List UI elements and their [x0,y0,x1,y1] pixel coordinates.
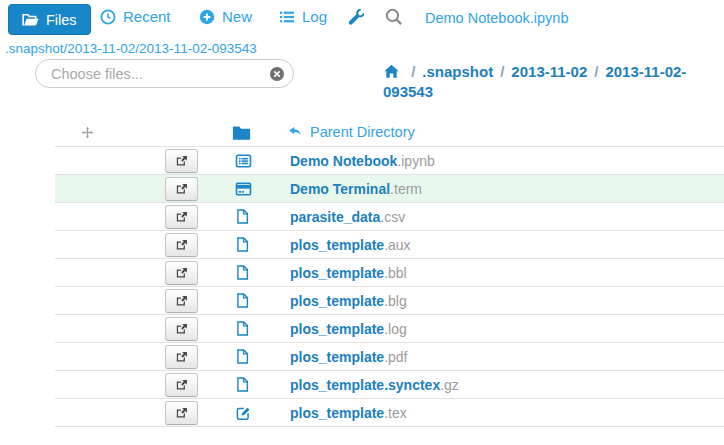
file-listing: Parent Directory [55,118,724,427]
file-extension: .term [390,181,422,197]
breadcrumb-separator: / [500,63,504,80]
parent-directory-label: Parent Directory [310,124,415,140]
file-row: plos_template.bbl [55,259,724,287]
breadcrumb-item[interactable]: .snapshot [422,63,493,80]
file-icon [235,208,250,225]
file-extension: .gz [440,377,459,393]
plus-circle-icon [199,9,215,25]
file-extension: .log [384,321,407,337]
file-extension: .bbl [384,265,407,281]
open-in-tab-button[interactable] [165,289,198,313]
file-extension: .aux [384,237,410,253]
external-link-icon [175,378,189,392]
external-link-icon [175,350,189,364]
wrench-icon [346,8,364,26]
file-link[interactable]: Demo Terminal.term [290,175,422,202]
file-link[interactable]: plos_template.pdf [290,343,408,370]
file-link[interactable]: parasite_data.csv [290,203,405,230]
file-name: Demo Notebook [290,153,397,169]
open-in-tab-button[interactable] [165,261,198,285]
new-tab[interactable]: New [199,8,252,25]
file-name: plos_template [290,349,384,365]
file-link[interactable]: plos_template.blg [290,287,407,314]
clear-search-button[interactable] [269,66,285,82]
file-icon [235,236,250,253]
file-row: Demo Terminal.term [55,175,724,203]
open-in-tab-button[interactable] [165,233,198,257]
external-link-icon [175,238,189,252]
open-in-tab-button[interactable] [165,177,198,201]
file-extension: .blg [384,293,407,309]
file-link[interactable]: plos_template.tex [290,399,407,426]
open-file-tab[interactable]: Demo Notebook.ipynb [425,10,568,26]
top-navbar: Files Recent New Log [0,0,724,38]
file-name: parasite_data [290,209,380,225]
files-tab-label: Files [46,12,77,28]
parent-directory-link[interactable]: Parent Directory [288,118,415,146]
new-tab-label: New [222,8,252,25]
notebook-file-icon [235,153,252,169]
terminal-file-icon [235,181,252,197]
file-link[interactable]: plos_template.bbl [290,259,407,286]
folder-open-icon [22,12,39,27]
file-rows: Demo Notebook.ipynb Demo Terminal.te [55,147,724,427]
open-in-tab-button[interactable] [165,205,198,229]
recent-tab[interactable]: Recent [100,8,171,25]
file-icon [235,264,250,281]
recent-tab-label: Recent [123,8,171,25]
home-crumb[interactable] [383,63,404,80]
open-in-tab-button[interactable] [165,317,198,341]
external-link-icon [175,294,189,308]
file-row: plos_template.synctex.gz [55,371,724,399]
file-extension: .csv [380,209,405,225]
open-in-tab-button[interactable] [165,373,198,397]
list-icon [279,9,295,25]
external-link-icon [175,322,189,336]
file-extension: .pdf [384,349,407,365]
reply-arrow-icon [288,125,303,139]
breadcrumb-separator: / [594,63,598,80]
parent-directory-row: Parent Directory [55,118,724,147]
log-tab[interactable]: Log [279,8,327,25]
file-link[interactable]: plos_template.log [290,315,407,342]
external-link-icon [175,406,189,420]
file-search [35,59,294,88]
search-icon [385,8,403,26]
file-link[interactable]: plos_template.synctex.gz [290,371,459,398]
editable-file-icon [235,405,252,421]
home-icon [383,64,400,79]
open-in-tab-button[interactable] [165,345,198,369]
file-row: plos_template.tex [55,399,724,427]
file-icon [235,292,250,309]
file-link[interactable]: plos_template.aux [290,231,411,258]
settings-wrench-button[interactable] [346,8,364,26]
search-input[interactable] [36,66,269,82]
open-in-tab-button[interactable] [165,149,198,173]
file-icon [235,320,250,337]
file-row: plos_template.blg [55,287,724,315]
file-icon [235,376,250,393]
file-row: plos_template.log [55,315,724,343]
files-tab-button[interactable]: Files [8,4,91,35]
clock-icon [100,9,116,25]
file-row: plos_template.aux [55,231,724,259]
file-link[interactable]: Demo Notebook.ipynb [290,147,435,174]
log-tab-label: Log [302,8,327,25]
external-link-icon [175,266,189,280]
file-extension: .ipynb [397,153,434,169]
file-name: plos_template [290,265,384,281]
breadcrumb-item[interactable]: 2013-11-02 [511,63,587,80]
open-in-tab-button[interactable] [165,401,198,425]
file-name: plos_template [290,293,384,309]
file-row: Demo Notebook.ipynb [55,147,724,175]
file-row: parasite_data.csv [55,203,724,231]
external-link-icon [175,154,189,168]
file-name: plos_template [290,321,384,337]
file-name: plos_template [290,405,384,421]
current-path: .snapshot/2013-11-02/2013-11-02-093543 [5,41,257,56]
file-icon [235,348,250,365]
search-button[interactable] [385,8,403,26]
move-handle-icon[interactable] [81,126,94,139]
circle-x-icon [269,66,285,82]
folder-icon [231,124,252,141]
